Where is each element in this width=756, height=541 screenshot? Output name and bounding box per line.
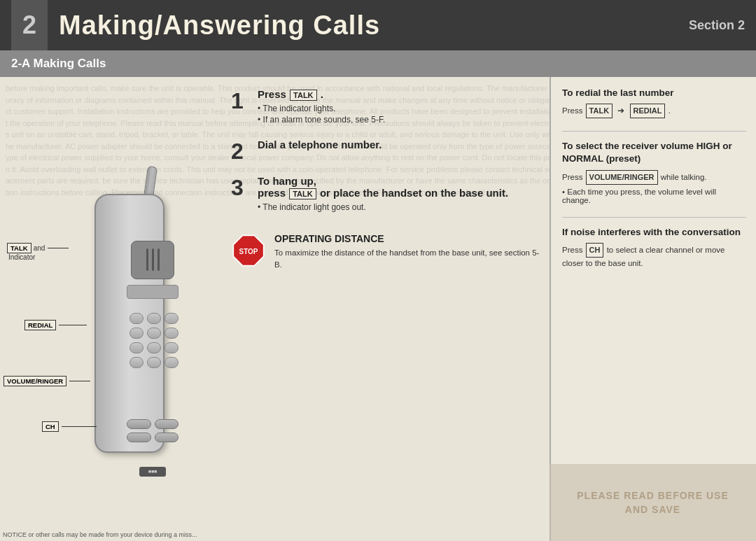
divider-2 xyxy=(562,217,746,218)
stop-section: STOP OPERATING DISTANCE To maximize the … xyxy=(231,226,541,272)
talk-key-box: TALK xyxy=(7,243,31,253)
phone-brand: ■■■ xyxy=(139,467,166,477)
right-column: To redial the last number Press TALK ➜ R… xyxy=(550,77,756,541)
ch-label: CH xyxy=(42,421,97,432)
volume-section-text: Press VOLUME/RINGER while talking. xyxy=(562,170,746,185)
noise-section: If noise interferes with the conversatio… xyxy=(562,226,746,270)
step-1-content: Press TALK . The indicator lights. If an… xyxy=(258,88,541,126)
stop-text: To maximize the distance of the handset … xyxy=(274,247,541,272)
volume-ringer-key-box: VOLUME/RINGER xyxy=(4,376,66,386)
noise-section-text: Press CH to select a clear channel or mo… xyxy=(562,243,746,270)
volume-key-right: VOLUME/RINGER xyxy=(586,170,658,185)
stop-sign-icon: STOP xyxy=(231,233,266,268)
subheader: 2-A Making Calls xyxy=(0,50,756,77)
page-header: 2 Making/Answering Calls Section 2 xyxy=(0,0,756,50)
phone-keypad xyxy=(124,307,181,374)
subheader-title: 2-A Making Calls xyxy=(11,57,106,71)
talk-label: TALK and Indicator xyxy=(7,243,69,261)
phone-image: ■■■ TALK and Indicator REDIAL xyxy=(74,166,186,460)
phone-display xyxy=(127,285,178,299)
step-2-number: 2 xyxy=(231,140,251,162)
section-label: Section 2 xyxy=(689,18,745,33)
indicator-label: Indicator xyxy=(8,253,45,261)
phone-speaker xyxy=(131,241,174,279)
stop-content: OPERATING DISTANCE To maximize the dista… xyxy=(274,233,541,272)
step-1-bullets: The indicator lights. If an alarm tone s… xyxy=(258,104,541,125)
redial-section-text: Press TALK ➜ REDIAL . xyxy=(562,104,746,118)
arrow-icon: ➜ xyxy=(617,104,624,118)
bottom-notice: NOTICE or other calls may be made from y… xyxy=(3,531,197,538)
volume-section-bullets: Each time you press, the volume level wi… xyxy=(562,188,746,204)
talk-key-step1: TALK xyxy=(290,90,317,101)
step-1-bullet-1: The indicator lights. xyxy=(258,104,541,113)
step-1-number: 1 xyxy=(231,90,251,112)
step-3: 3 To hang up, press TALK or place the ha… xyxy=(231,175,541,213)
phone-body: ■■■ xyxy=(94,194,164,453)
steps-area: 1 Press TALK . The indicator lights. If … xyxy=(217,77,550,541)
redial-label: REDIAL xyxy=(24,320,87,330)
step-2-main: Dial a telephone number. xyxy=(258,139,541,150)
volume-bullet-1: Each time you press, the volume level wi… xyxy=(562,188,746,204)
faded-line2: AND SAVE xyxy=(625,504,680,515)
step-1-bullet-2: If an alarm tone sounds, see 5-F. xyxy=(258,115,541,125)
bottom-right-faded: PLEASE READ BEFORE USE AND SAVE xyxy=(550,464,756,541)
volume-section-title: To select the receiver volume HIGH or NO… xyxy=(562,140,746,165)
main-content: before making important calls, make sure… xyxy=(0,77,756,541)
noise-section-title: If noise interferes with the conversatio… xyxy=(562,226,746,239)
step-2-content: Dial a telephone number. xyxy=(258,139,541,153)
svg-text:STOP: STOP xyxy=(239,248,258,255)
redial-key-right: REDIAL xyxy=(630,104,666,118)
section-number: 2 xyxy=(11,0,48,50)
talk-key-right: TALK xyxy=(586,104,613,118)
volume-section: To select the receiver volume HIGH or NO… xyxy=(562,140,746,204)
page-title: Making/Answering Calls xyxy=(59,10,745,41)
ch-key-right: CH xyxy=(586,243,604,258)
redial-section-title: To redial the last number xyxy=(562,87,746,99)
phone-illustration-area: ■■■ TALK and Indicator REDIAL xyxy=(0,77,217,541)
ch-key-box: CH xyxy=(42,421,59,432)
stop-title: OPERATING DISTANCE xyxy=(274,233,541,244)
step-3-number: 3 xyxy=(231,176,251,199)
talk-key-step3: TALK xyxy=(289,188,316,199)
redial-section: To redial the last number Press TALK ➜ R… xyxy=(562,87,746,118)
step-2: 2 Dial a telephone number. xyxy=(231,139,541,162)
faded-line1: PLEASE READ BEFORE USE xyxy=(577,490,728,501)
phone-bottom-buttons xyxy=(127,419,178,442)
step-3-bullet-1: The indicator light goes out. xyxy=(258,202,541,212)
redial-key-box: REDIAL xyxy=(24,320,56,330)
divider-1 xyxy=(562,131,746,132)
step-3-main: To hang up, press TALK or place the hand… xyxy=(258,175,541,199)
step-3-content: To hang up, press TALK or place the hand… xyxy=(258,175,541,213)
step-1-main: Press TALK . xyxy=(258,88,541,101)
talk-and-label: and xyxy=(34,244,46,252)
volume-ringer-label: VOLUME/RINGER xyxy=(4,376,90,386)
step-1: 1 Press TALK . The indicator lights. If … xyxy=(231,88,541,126)
step-3-bullets: The indicator light goes out. xyxy=(258,202,541,212)
